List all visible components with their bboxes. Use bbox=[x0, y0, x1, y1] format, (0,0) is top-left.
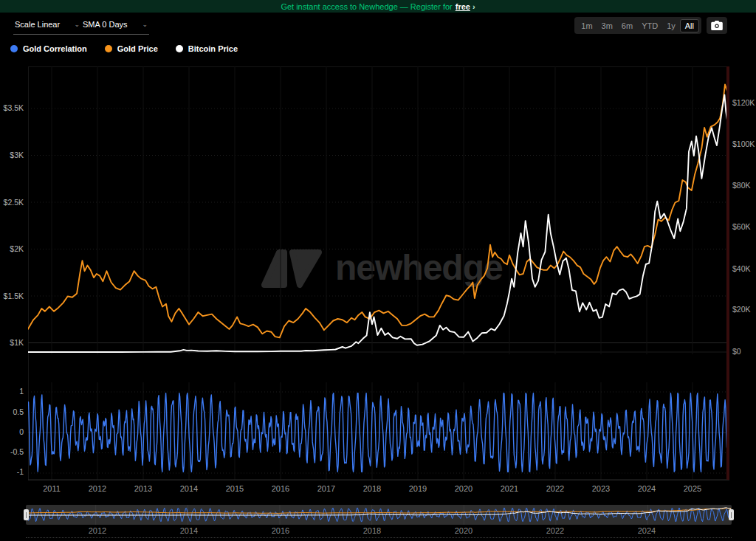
left-axis-tick: $2.5K bbox=[0, 198, 24, 207]
left-axis-tick: $3.5K bbox=[0, 103, 24, 112]
x-axis-year: 2012 bbox=[83, 484, 112, 493]
left-axis-tick: $1K bbox=[0, 338, 24, 347]
navigator-year: 2018 bbox=[356, 526, 388, 535]
navigator-year: 2022 bbox=[539, 526, 571, 535]
right-axis-tick: $20K bbox=[732, 305, 756, 314]
legend-label: Bitcoin Price bbox=[188, 44, 238, 53]
latest-date-plotline bbox=[726, 66, 729, 480]
legend-dot-white bbox=[176, 45, 183, 52]
left-axis-tick: $1.5K bbox=[0, 292, 24, 300]
left-axis-tick: $2K bbox=[0, 244, 24, 253]
chevron-right-icon: › bbox=[472, 2, 475, 11]
right-axis-tick: $0 bbox=[732, 347, 756, 356]
bottom-axis-line bbox=[26, 537, 732, 538]
screenshot-button[interactable] bbox=[707, 17, 727, 34]
correlation-axis-tick: 0.5 bbox=[0, 407, 24, 416]
x-axis-year: 2014 bbox=[174, 484, 204, 493]
correlation-axis-tick: 0 bbox=[0, 427, 24, 436]
chevron-down-icon: ⌄ bbox=[142, 21, 148, 28]
promo-banner[interactable]: Get instant access to Newhedge — Registe… bbox=[0, 0, 756, 13]
right-axis-tick: $60K bbox=[732, 222, 756, 231]
legend-dot-blue bbox=[10, 45, 18, 52]
x-axis-year: 2019 bbox=[403, 484, 433, 493]
legend-item-bitcoin-price[interactable]: Bitcoin Price bbox=[176, 44, 238, 53]
range-1m-button[interactable]: 1m bbox=[577, 19, 597, 32]
promo-free-link[interactable]: free bbox=[456, 2, 470, 11]
navigator-right-handle[interactable] bbox=[729, 509, 734, 520]
range-all-button[interactable]: All bbox=[680, 19, 699, 32]
navigator-year: 2024 bbox=[630, 526, 663, 535]
x-axis-year: 2016 bbox=[266, 484, 295, 493]
right-axis-tick: $100K bbox=[732, 139, 756, 148]
x-axis-year: 2013 bbox=[128, 484, 158, 493]
legend-item-gold-correlation[interactable]: Gold Correlation bbox=[10, 44, 87, 53]
navigator-year: 2020 bbox=[447, 526, 480, 535]
sma-dropdown-label: SMA 0 Days bbox=[83, 20, 128, 29]
correlation-axis-tick: -0.5 bbox=[0, 447, 24, 456]
navigator-left-handle[interactable] bbox=[24, 509, 29, 520]
app-root: Get instant access to Newhedge — Registe… bbox=[0, 0, 756, 541]
legend-label: Gold Price bbox=[117, 44, 158, 53]
x-axis-year: 2024 bbox=[632, 484, 662, 493]
scale-dropdown[interactable]: Scale Linear ⌄ bbox=[13, 18, 81, 35]
x-axis-year: 2023 bbox=[586, 484, 616, 493]
navigator-year: 2016 bbox=[264, 526, 297, 535]
x-axis-year: 2022 bbox=[540, 484, 570, 493]
range-ytd-button[interactable]: YTD bbox=[637, 19, 662, 32]
range-selector: 1m 3m 6m YTD 1y All bbox=[574, 17, 701, 34]
navigator-year: 2014 bbox=[173, 526, 205, 535]
navigator-canvas bbox=[26, 505, 732, 525]
x-axis-year: 2025 bbox=[678, 484, 707, 493]
x-axis-year: 2021 bbox=[495, 484, 524, 493]
range-6m-button[interactable]: 6m bbox=[617, 19, 637, 32]
legend-dot-orange bbox=[105, 45, 112, 52]
scale-dropdown-label: Scale Linear bbox=[15, 20, 60, 29]
x-axis-year: 2020 bbox=[449, 484, 478, 493]
x-axis-year: 2017 bbox=[312, 484, 341, 493]
right-axis-tick: $120K bbox=[732, 98, 756, 107]
correlation-axis-tick: -1 bbox=[0, 467, 24, 476]
navigator[interactable] bbox=[26, 505, 732, 525]
correlation-chart-canvas[interactable] bbox=[28, 382, 729, 480]
chart-legend: Gold Correlation Gold Price Bitcoin Pric… bbox=[10, 44, 238, 53]
promo-banner-text: Get instant access to Newhedge — Registe… bbox=[281, 2, 452, 11]
range-3m-button[interactable]: 3m bbox=[597, 19, 617, 32]
chevron-down-icon: ⌄ bbox=[74, 21, 80, 28]
x-axis-year: 2015 bbox=[220, 484, 250, 493]
sma-dropdown[interactable]: SMA 0 Days ⌄ bbox=[81, 18, 149, 35]
legend-item-gold-price[interactable]: Gold Price bbox=[105, 44, 158, 53]
legend-label: Gold Correlation bbox=[23, 44, 87, 53]
navigator-year: 2012 bbox=[81, 526, 114, 535]
price-chart-canvas[interactable] bbox=[28, 66, 729, 354]
right-axis-tick: $80K bbox=[732, 181, 756, 190]
camera-icon bbox=[711, 21, 723, 30]
correlation-axis-tick: 1 bbox=[0, 387, 24, 396]
right-axis-tick: $40K bbox=[732, 264, 756, 273]
left-axis-tick: $3K bbox=[0, 151, 24, 159]
range-1y-button[interactable]: 1y bbox=[662, 19, 680, 32]
x-axis-year: 2011 bbox=[37, 484, 66, 493]
x-axis-year: 2018 bbox=[357, 484, 387, 493]
